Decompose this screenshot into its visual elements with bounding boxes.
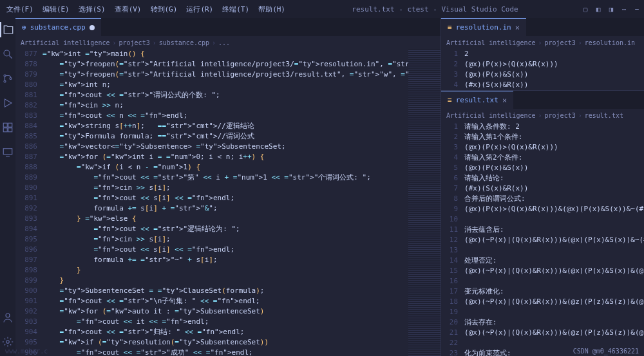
right-bottom-tab-bar: ≡ result.txt ×	[441, 91, 644, 109]
cpp-file-icon: ⊕	[22, 23, 26, 32]
code-line: 15(@x)(~P(x)|(Q(x)&R(x)))&(@x)(P(x)&S(x)…	[445, 266, 644, 276]
menu-item[interactable]: 文件(F)	[3, 3, 37, 15]
svg-point-1	[4, 75, 6, 77]
right-top-breadcrumb[interactable]: Artificial intelligence›project3›resolut…	[441, 36, 644, 49]
breadcrumb-item[interactable]: result.txt	[585, 112, 623, 119]
code-line: 12(@x)(~P(x)|(Q(x)&R(x)))&(@x)(P(x)&S(x)…	[445, 235, 644, 245]
close-icon[interactable]: ×	[515, 23, 520, 32]
code-line: 20消去存在:	[445, 317, 644, 328]
svg-rect-7	[8, 128, 12, 132]
code-line: 21(@x)(~P(x)|(Q(x)&R(x)))&(@z)(P(z)&S(z)…	[445, 328, 644, 338]
code-line: 2(@x)(P(x)>(Q(x)&R(x)))	[445, 59, 644, 70]
svg-point-10	[6, 341, 10, 344]
code-line: 8合并后的谓词公式:	[445, 194, 644, 204]
right-bottom-code[interactable]: 1请输入条件数: 22请输入第1个条件:3(@x)(P(x)>(Q(x)&R(x…	[441, 122, 644, 356]
editor-area: ⊕ substance.cpp Artificial intelligence›…	[15, 18, 644, 356]
breadcrumb-item[interactable]: Artificial intelligence	[21, 39, 109, 46]
svg-rect-5	[8, 123, 12, 127]
right-panes: ≡ resolution.in × Artificial intelligenc…	[441, 18, 644, 356]
code-line: 4请输入第2个条件:	[445, 153, 644, 163]
code-line: 7(#x)(S(x)&R(x))	[445, 183, 644, 194]
code-line: 13	[445, 245, 644, 256]
svg-rect-8	[3, 149, 12, 155]
left-code[interactable]: ="kw">int ="ty">main() { ="ty">freopen(=…	[43, 49, 408, 356]
menu-item[interactable]: 帮助(H)	[254, 3, 289, 15]
window-controls: ▢ ◧ ◨ ⋯ −	[581, 5, 641, 14]
left-tab-bar: ⊕ substance.cpp	[15, 18, 440, 36]
title-bar: 文件(F)编辑(E)选择(S)查看(V)转到(G)运行(R)终端(T)帮助(H)…	[0, 0, 644, 18]
breadcrumb-item[interactable]: ...	[218, 39, 230, 46]
right-top-tab-bar: ≡ resolution.in ×	[441, 18, 644, 36]
menu-item[interactable]: 编辑(E)	[39, 3, 73, 15]
csdn-watermark: CSDN @m0_46336221	[573, 348, 639, 355]
tab-result-txt[interactable]: ≡ result.txt ×	[441, 91, 513, 109]
svg-point-0	[4, 50, 10, 56]
breadcrumb-item[interactable]: Artificial intelligence	[446, 39, 535, 46]
menu-item[interactable]: 转到(G)	[147, 3, 182, 15]
breadcrumb-item[interactable]: Artificial intelligence	[446, 112, 535, 119]
activity-bar	[0, 18, 15, 356]
close-icon[interactable]: ×	[502, 96, 507, 105]
more-icon[interactable]: ⋯	[620, 5, 629, 14]
main-area: ⊕ substance.cpp Artificial intelligence›…	[0, 18, 644, 356]
window-title: result.txt - ctest - Visual Studio Code	[289, 5, 581, 14]
layout-icon-3[interactable]: ◨	[607, 5, 616, 14]
right-top-code[interactable]: 122(@x)(P(x)>(Q(x)&R(x)))3(@x)(P(x)&S(x)…	[441, 49, 644, 90]
run-debug-icon[interactable]	[0, 95, 15, 111]
file-icon: ≡	[448, 23, 452, 32]
right-bottom-pane: ≡ result.txt × Artificial intelligence›p…	[441, 91, 644, 356]
file-icon: ≡	[448, 96, 452, 104]
left-gutter: 8778788798808818828838848858868878888898…	[15, 49, 43, 356]
tab-resolution-in[interactable]: ≡ resolution.in ×	[441, 18, 526, 36]
source-control-icon[interactable]	[0, 71, 15, 86]
breadcrumb-item[interactable]: project3	[545, 112, 576, 119]
breadcrumb-item[interactable]: project3	[119, 39, 150, 46]
tab-label: resolution.in	[456, 23, 511, 32]
left-breadcrumb[interactable]: Artificial intelligence›project3›substan…	[15, 36, 440, 49]
svg-point-3	[10, 78, 12, 80]
menu-item[interactable]: 终端(T)	[218, 3, 253, 15]
right-bottom-code-area[interactable]: 1请输入条件数: 22请输入第1个条件:3(@x)(P(x)>(Q(x)&R(x…	[441, 122, 644, 356]
code-line: 6请输入结论:	[445, 173, 644, 183]
minimap[interactable]	[408, 49, 440, 356]
svg-rect-6	[3, 128, 7, 132]
left-editor-pane: ⊕ substance.cpp Artificial intelligence›…	[15, 18, 441, 356]
left-code-area[interactable]: 8778788798808818828838848858868878888898…	[15, 49, 440, 356]
code-line: 16	[445, 276, 644, 286]
svg-point-2	[4, 80, 6, 82]
right-bottom-breadcrumb[interactable]: Artificial intelligence›project3›result.…	[441, 109, 644, 122]
code-line: 18(@x)(~P(x)|(Q(x)&R(x)))&(@z)(P(z)&S(z)…	[445, 297, 644, 307]
watermark: www.mobar.c	[5, 348, 48, 355]
menu-item[interactable]: 选择(S)	[75, 3, 109, 15]
svg-rect-4	[3, 123, 7, 127]
code-line: 19	[445, 307, 644, 317]
account-icon[interactable]	[0, 310, 15, 325]
code-line: 14处理否定:	[445, 256, 644, 266]
code-line: 3(@x)(P(x)>(Q(x)&R(x)))	[445, 142, 644, 153]
breadcrumb-item[interactable]: project3	[545, 39, 576, 46]
remote-icon[interactable]	[0, 144, 15, 160]
layout-icon-1[interactable]: ▢	[581, 5, 590, 14]
menu-item[interactable]: 查看(V)	[111, 3, 146, 15]
search-icon[interactable]	[0, 46, 15, 62]
menu-item[interactable]: 运行(R)	[182, 3, 217, 15]
breadcrumb-item[interactable]: resolution.in	[585, 39, 635, 46]
tab-substance-cpp[interactable]: ⊕ substance.cpp	[15, 18, 101, 36]
code-line: 22	[445, 338, 644, 348]
tab-label: result.txt	[456, 96, 498, 104]
modified-dot-icon	[90, 25, 95, 30]
code-line: 4(#x)(S(x)&R(x))	[445, 80, 644, 90]
code-line: 11消去蕴含后:	[445, 225, 644, 235]
code-line: 9(@x)(P(x)>(Q(x)&R(x)))&(@x)(P(x)&S(x))&…	[445, 204, 644, 214]
layout-icon-2[interactable]: ◧	[594, 5, 603, 14]
breadcrumb-item[interactable]: substance.cpp	[159, 39, 209, 46]
explorer-icon[interactable]	[0, 22, 15, 37]
extensions-icon[interactable]	[0, 120, 15, 135]
tab-label: substance.cpp	[30, 23, 86, 32]
right-top-code-area[interactable]: 122(@x)(P(x)>(Q(x)&R(x)))3(@x)(P(x)&S(x)…	[441, 49, 644, 90]
menu-bar: 文件(F)编辑(E)选择(S)查看(V)转到(G)运行(R)终端(T)帮助(H)	[3, 3, 289, 15]
code-line: 10	[445, 214, 644, 225]
code-line: 2请输入第1个条件:	[445, 132, 644, 142]
minimize-icon[interactable]: −	[632, 5, 641, 14]
code-line: 17变元标准化:	[445, 286, 644, 297]
